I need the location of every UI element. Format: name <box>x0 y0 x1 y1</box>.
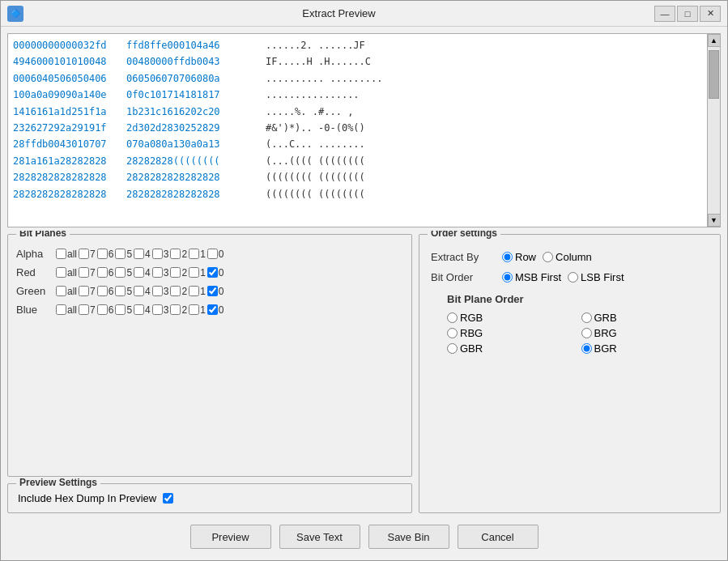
blue-2[interactable]: 2 <box>170 304 187 316</box>
bit-plane-order-title: Bit Plane Order <box>447 293 709 305</box>
green-0[interactable]: 0 <box>207 286 224 297</box>
alpha-checkboxes: all 7 6 5 4 3 2 1 0 <box>56 249 224 260</box>
row-label: Row <box>515 251 536 263</box>
title-bar-controls: — □ ✕ <box>654 6 721 22</box>
red-0[interactable]: 0 <box>207 267 224 278</box>
alpha-7[interactable]: 7 <box>79 249 96 260</box>
alpha-4[interactable]: 4 <box>134 249 151 260</box>
hex-line: 4946000101010048 00480000ffdb0043 IF....… <box>13 53 702 70</box>
hex-preview-area: 00000000000032fd ffd8ffe000104a46 ......… <box>7 33 721 227</box>
minimize-button[interactable]: — <box>654 6 675 22</box>
grb-radio-item[interactable]: GRB <box>581 312 709 324</box>
maximize-button[interactable]: □ <box>677 6 698 22</box>
red-6[interactable]: 6 <box>97 267 114 278</box>
red-3[interactable]: 3 <box>152 267 169 278</box>
blue-1[interactable]: 1 <box>189 304 206 316</box>
red-1[interactable]: 1 <box>189 267 206 278</box>
scrollbar-thumb[interactable] <box>709 50 719 99</box>
close-button[interactable]: ✕ <box>700 6 721 22</box>
gbr-radio-item[interactable]: GBR <box>447 342 575 355</box>
alpha-1[interactable]: 1 <box>189 249 206 260</box>
scrollbar-vertical[interactable]: ▲ ▼ <box>707 34 720 227</box>
hex-line: 232627292a29191f 2d302d2830252829 #&')*)… <box>13 120 702 136</box>
bit-row-red: Red all 7 6 5 4 3 2 1 0 <box>16 266 403 278</box>
green-1[interactable]: 1 <box>189 286 206 297</box>
alpha-2[interactable]: 2 <box>170 249 187 260</box>
lsb-label: LSB First <box>581 271 624 283</box>
lsb-radio-item[interactable]: LSB First <box>568 271 624 283</box>
green-4[interactable]: 4 <box>134 286 151 297</box>
hex-line: 00000000000032fd ffd8ffe000104a46 ......… <box>13 37 702 53</box>
bit-planes-panel: Bit Planes Alpha all 7 6 5 4 3 2 1 0 <box>7 234 412 477</box>
extract-by-group: Row Column <box>502 251 592 263</box>
title-bar: 🔷 Extract Preview — □ ✕ <box>1 1 727 27</box>
blue-4[interactable]: 4 <box>134 304 151 316</box>
scroll-down-button[interactable]: ▼ <box>708 214 721 227</box>
hex-line: 2828282828282828 2828282828282828 ((((((… <box>13 186 702 202</box>
blue-all[interactable]: all <box>56 304 77 316</box>
green-3[interactable]: 3 <box>152 286 169 297</box>
green-7[interactable]: 7 <box>79 286 96 297</box>
blue-7[interactable]: 7 <box>79 304 96 316</box>
bit-plane-order-grid: RGB GRB RBG BRG <box>447 312 709 355</box>
bit-order-row: Bit Order MSB First LSB First <box>431 271 709 283</box>
red-2[interactable]: 2 <box>170 267 187 278</box>
red-checkboxes: all 7 6 5 4 3 2 1 0 <box>56 267 224 278</box>
hex-line: 281a161a28282828 28282828(((((((( (...((… <box>13 153 702 169</box>
green-2[interactable]: 2 <box>170 286 187 297</box>
green-5[interactable]: 5 <box>115 286 132 297</box>
scrollbar-track[interactable] <box>708 47 720 214</box>
order-settings-title: Order settings <box>428 231 500 239</box>
red-5[interactable]: 5 <box>115 267 132 278</box>
msb-radio-item[interactable]: MSB First <box>502 271 561 283</box>
blue-6[interactable]: 6 <box>97 304 114 316</box>
scroll-up-button[interactable]: ▲ <box>708 34 721 47</box>
order-settings-panel: Order settings Extract By Row Column <box>419 234 721 513</box>
include-hex-checkbox[interactable] <box>163 493 173 504</box>
hex-content: 00000000000032fd ffd8ffe000104a46 ......… <box>8 34 707 227</box>
column-label: Column <box>556 251 592 263</box>
extract-by-label: Extract By <box>431 251 496 263</box>
alpha-5[interactable]: 5 <box>115 249 132 260</box>
row-radio-item[interactable]: Row <box>502 251 536 263</box>
rgb-radio-item[interactable]: RGB <box>447 312 575 324</box>
cancel-button[interactable]: Cancel <box>458 525 539 549</box>
blue-0[interactable]: 0 <box>207 304 224 316</box>
hex-line: 28ffdb0043010707 070a080a130a0a13 (...C.… <box>13 136 702 152</box>
bottom-section: Bit Planes Alpha all 7 6 5 4 3 2 1 0 <box>1 231 727 516</box>
save-bin-button[interactable]: Save Bin <box>368 525 449 549</box>
red-7[interactable]: 7 <box>79 267 96 278</box>
green-all[interactable]: all <box>56 286 77 297</box>
blue-3[interactable]: 3 <box>152 304 169 316</box>
blue-checkboxes: all 7 6 5 4 3 2 1 0 <box>56 304 224 316</box>
hex-line: 0006040506050406 060506070706080a ......… <box>13 70 702 87</box>
column-radio-item[interactable]: Column <box>543 251 592 263</box>
alpha-0[interactable]: 0 <box>207 249 224 260</box>
alpha-3[interactable]: 3 <box>152 249 169 260</box>
title-bar-left: 🔷 <box>7 6 23 22</box>
msb-label: MSB First <box>515 271 561 283</box>
hex-line: 100a0a09090a140e 0f0c101714181817 ......… <box>13 87 702 103</box>
bit-planes-title: Bit Planes <box>16 231 70 239</box>
preview-settings-title: Preview Settings <box>16 477 100 488</box>
preview-settings-panel: Preview Settings Include Hex Dump In Pre… <box>7 483 412 513</box>
main-window: 🔷 Extract Preview — □ ✕ 00000000000032fd… <box>0 0 728 561</box>
footer-buttons: Preview Save Text Save Bin Cancel <box>1 516 727 560</box>
blue-5[interactable]: 5 <box>115 304 132 316</box>
red-4[interactable]: 4 <box>134 267 151 278</box>
alpha-all[interactable]: all <box>56 249 77 260</box>
rbg-radio-item[interactable]: RBG <box>447 327 575 339</box>
preview-button[interactable]: Preview <box>190 525 271 549</box>
alpha-6[interactable]: 6 <box>97 249 114 260</box>
bit-row-green: Green all 7 6 5 4 3 2 1 0 <box>16 285 403 297</box>
bit-plane-order-section: Bit Plane Order RGB GRB RBG <box>431 293 709 355</box>
app-icon: 🔷 <box>7 6 23 22</box>
red-all[interactable]: all <box>56 267 77 278</box>
save-text-button[interactable]: Save Text <box>279 525 360 549</box>
bit-order-label: Bit Order <box>431 271 496 283</box>
green-6[interactable]: 6 <box>97 286 114 297</box>
bgr-radio-item[interactable]: BGR <box>581 342 709 355</box>
left-panels: Bit Planes Alpha all 7 6 5 4 3 2 1 0 <box>7 234 412 513</box>
extract-by-row: Extract By Row Column <box>431 251 709 263</box>
brg-radio-item[interactable]: BRG <box>581 327 709 339</box>
